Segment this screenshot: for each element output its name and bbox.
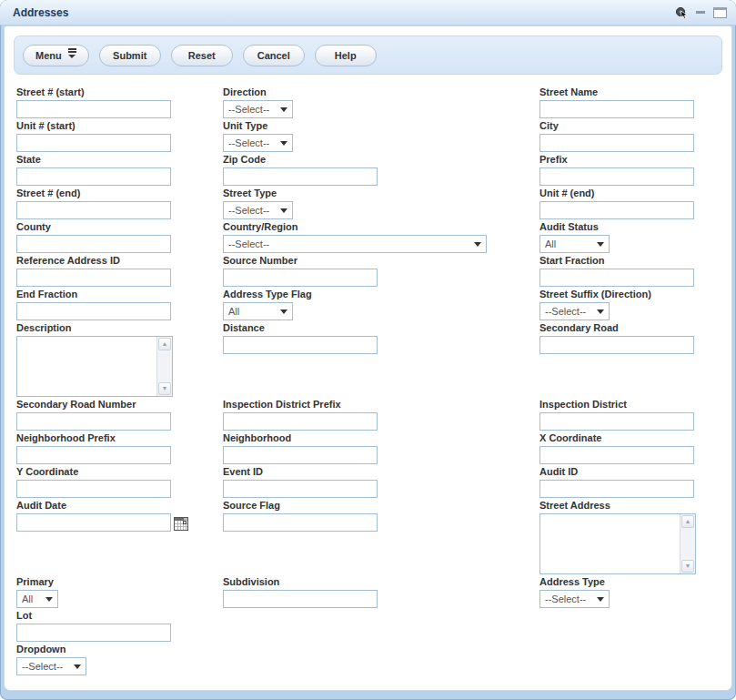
audit-id-input[interactable] — [539, 480, 694, 498]
field-zip-code: Zip Code — [223, 154, 539, 186]
direction-select[interactable]: --Select-- — [223, 100, 293, 118]
button-label: Reset — [188, 50, 216, 61]
dropdown-select[interactable]: --Select-- — [16, 657, 86, 675]
scroll-up-icon[interactable]: ▲ — [681, 515, 694, 528]
audit-status-select[interactable]: All — [539, 235, 610, 253]
field-direction: Direction--Select-- — [223, 86, 539, 118]
vertical-scrollbar[interactable]: ▲▼ — [156, 337, 172, 396]
field-label: Street # (end) — [16, 188, 223, 199]
window-title: Addresses — [13, 6, 68, 19]
source-flag-input[interactable] — [223, 513, 378, 532]
cancel-button[interactable]: Cancel — [243, 45, 305, 66]
street-suffix-direction-select[interactable]: --Select-- — [539, 302, 610, 320]
field-label: Street Suffix (Direction) — [539, 289, 724, 300]
field-label: Reference Address ID — [16, 255, 223, 267]
field-address-type: Address Type--Select-- — [539, 576, 724, 608]
field-label: State — [16, 154, 223, 166]
subdivision-input[interactable] — [223, 590, 378, 608]
vertical-scrollbar[interactable]: ▲▼ — [680, 514, 695, 573]
toolbar: MenuSubmitResetCancelHelp — [14, 36, 722, 75]
unit-number-start-input[interactable] — [16, 134, 171, 152]
field-source-number: Source Number — [223, 255, 539, 287]
audit-date-input[interactable] — [16, 513, 171, 532]
primary-select[interactable]: All — [16, 590, 58, 608]
scroll-down-icon[interactable]: ▼ — [681, 560, 694, 573]
field-label: Prefix — [539, 154, 724, 166]
field-inspection-district-prefix: Inspection District Prefix — [223, 399, 539, 431]
neighborhood-input[interactable] — [223, 446, 378, 464]
field-label: Country/Region — [223, 221, 539, 233]
field-label: End Fraction — [16, 289, 223, 300]
field-address-type-flag: Address Type FlagAll — [223, 289, 539, 320]
state-input[interactable] — [16, 167, 171, 186]
address-search-form: Street # (start)Direction--Select--Stree… — [5, 84, 731, 677]
field-label: Neighborhood Prefix — [16, 432, 223, 444]
selected-value: --Select-- — [545, 593, 586, 604]
inspection-district-input[interactable] — [539, 412, 694, 431]
submit-button[interactable]: Submit — [99, 45, 161, 66]
y-coordinate-input[interactable] — [16, 480, 171, 498]
address-type-select[interactable]: --Select-- — [539, 590, 610, 608]
settings-icon[interactable] — [675, 6, 688, 19]
maximize-icon[interactable] — [713, 7, 727, 18]
field-reference-address-id: Reference Address ID — [16, 255, 223, 287]
county-input[interactable] — [16, 235, 171, 253]
end-fraction-input[interactable] — [16, 302, 171, 320]
country-region-select[interactable]: --Select-- — [223, 235, 487, 253]
address-type-flag-select[interactable]: All — [223, 302, 293, 320]
field-label: Primary — [16, 576, 223, 588]
selected-value: --Select-- — [228, 137, 269, 148]
window-content: MenuSubmitResetCancelHelp Street # (star… — [4, 25, 732, 691]
minimize-icon[interactable] — [696, 11, 705, 15]
prefix-input[interactable] — [539, 167, 694, 186]
street-address-textarea[interactable]: ▲▼ — [539, 513, 696, 574]
scroll-up-icon[interactable]: ▲ — [158, 338, 171, 350]
lot-input[interactable] — [16, 624, 171, 642]
chevron-down-icon — [45, 597, 53, 605]
x-coordinate-input[interactable] — [539, 446, 694, 464]
chevron-down-icon — [597, 597, 604, 605]
field-label: Start Fraction — [539, 255, 724, 267]
field-secondary-road: Secondary Road — [539, 322, 724, 397]
field-label: Address Type — [539, 576, 724, 588]
field-neighborhood-prefix: Neighborhood Prefix — [16, 432, 223, 464]
field-dropdown: Dropdown--Select-- — [16, 644, 223, 675]
field-unit-number-start: Unit # (start) — [16, 120, 223, 152]
help-button[interactable]: Help — [315, 45, 377, 66]
chevron-down-icon — [280, 107, 287, 116]
field-label: City — [539, 120, 724, 132]
window-controls — [675, 6, 727, 19]
reference-address-id-input[interactable] — [16, 269, 171, 287]
city-input[interactable] — [539, 134, 694, 152]
field-label: Address Type Flag — [223, 289, 539, 300]
description-textarea[interactable]: ▲▼ — [16, 336, 173, 397]
street-type-select[interactable]: --Select-- — [223, 201, 293, 219]
unit-type-select[interactable]: --Select-- — [223, 134, 293, 152]
calendar-icon[interactable] — [174, 517, 188, 531]
selected-value: --Select-- — [228, 205, 269, 216]
field-label: Audit ID — [539, 466, 724, 478]
field-label: Street # (start) — [16, 86, 223, 98]
zip-code-input[interactable] — [223, 167, 378, 186]
field-label: Description — [16, 322, 223, 334]
inspection-district-prefix-input[interactable] — [223, 412, 378, 431]
street-number-start-input[interactable] — [16, 100, 171, 118]
street-name-input[interactable] — [539, 100, 694, 118]
field-label: Distance — [223, 322, 539, 334]
menu-button[interactable]: Menu — [23, 45, 89, 66]
unit-number-end-input[interactable] — [539, 201, 694, 219]
field-label: Secondary Road Number — [16, 399, 223, 411]
event-id-input[interactable] — [223, 480, 378, 498]
source-number-input[interactable] — [223, 269, 378, 287]
field-start-fraction: Start Fraction — [539, 255, 724, 287]
neighborhood-prefix-input[interactable] — [16, 446, 171, 464]
start-fraction-input[interactable] — [539, 269, 694, 287]
distance-input[interactable] — [223, 336, 378, 354]
reset-button[interactable]: Reset — [171, 45, 233, 66]
field-label: Lot — [16, 610, 223, 622]
secondary-road-input[interactable] — [539, 336, 694, 354]
street-number-end-input[interactable] — [16, 201, 171, 219]
field-source-flag: Source Flag — [223, 500, 539, 574]
scroll-down-icon[interactable]: ▼ — [158, 382, 171, 395]
secondary-road-number-input[interactable] — [16, 412, 171, 431]
